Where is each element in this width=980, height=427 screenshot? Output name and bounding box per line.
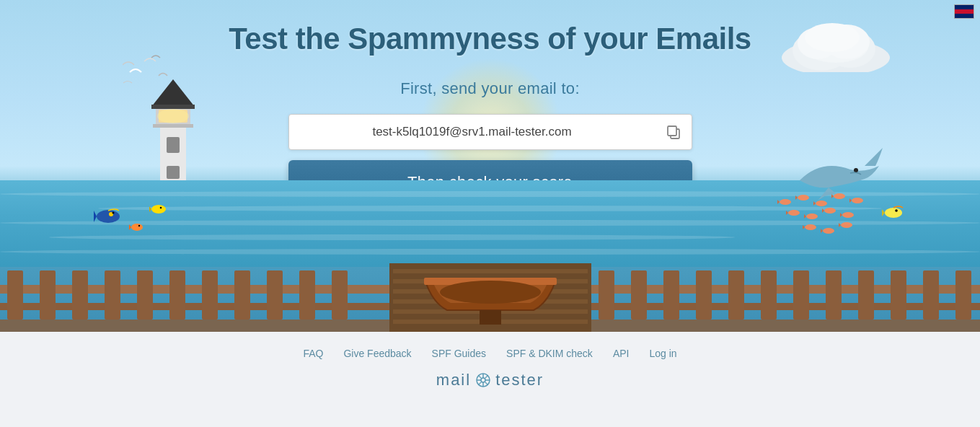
svg-point-27: [112, 212, 115, 214]
svg-line-108: [479, 382, 482, 384]
svg-rect-18: [153, 124, 193, 128]
spf-guides-link[interactable]: SPF Guides: [432, 348, 486, 359]
logo-text-right: tester: [495, 371, 544, 389]
svg-rect-83: [599, 270, 614, 320]
logo-text-left: mail: [436, 371, 471, 389]
svg-point-52: [805, 224, 816, 230]
footer-logo: mail tester: [0, 371, 980, 389]
logo-wheel-icon: [475, 372, 491, 388]
svg-point-24: [97, 210, 120, 223]
svg-rect-74: [332, 270, 348, 320]
fish-left-group: [94, 195, 180, 238]
email-address-input[interactable]: [289, 115, 655, 149]
svg-line-107: [485, 376, 487, 379]
svg-point-34: [780, 199, 791, 205]
svg-point-48: [824, 208, 836, 214]
title-area: Test the Spammyness of your Emails: [0, 22, 980, 56]
svg-line-106: [485, 382, 487, 384]
svg-marker-51: [840, 213, 842, 217]
svg-marker-32: [149, 206, 151, 212]
boat: [411, 238, 570, 325]
spf-dkim-check-link[interactable]: SPF & DKIM check: [506, 348, 593, 359]
svg-rect-66: [72, 270, 88, 320]
svg-rect-23: [668, 126, 676, 136]
svg-point-19: [157, 109, 189, 123]
svg-marker-53: [803, 225, 805, 229]
footer-nav: FAQ Give Feedback SPF Guides SPF & DKIM …: [0, 348, 980, 359]
subtitle-text: First, send your email to:: [288, 79, 692, 98]
svg-rect-65: [40, 270, 56, 320]
svg-point-50: [842, 212, 854, 218]
svg-point-28: [131, 224, 143, 231]
svg-rect-84: [631, 270, 647, 320]
svg-point-44: [788, 210, 800, 216]
svg-rect-70: [202, 270, 218, 320]
svg-point-98: [854, 168, 858, 172]
footer: FAQ Give Feedback SPF Guides SPF & DKIM …: [0, 332, 980, 401]
svg-rect-93: [923, 270, 939, 320]
language-flag[interactable]: [954, 4, 974, 19]
svg-marker-49: [822, 208, 824, 213]
svg-marker-16: [151, 79, 195, 107]
svg-rect-69: [169, 270, 185, 320]
page-title: Test the Spammyness of your Emails: [0, 22, 980, 56]
svg-rect-67: [105, 270, 120, 320]
svg-point-56: [841, 222, 852, 228]
svg-rect-71: [234, 270, 250, 320]
svg-point-31: [151, 205, 166, 214]
faq-link[interactable]: FAQ: [303, 348, 323, 359]
dolphin: [793, 144, 886, 202]
svg-rect-85: [663, 270, 679, 320]
svg-point-54: [823, 228, 834, 234]
svg-rect-88: [761, 270, 777, 320]
svg-point-96: [440, 281, 541, 304]
wave-line-2: [98, 206, 882, 211]
api-link[interactable]: API: [613, 348, 630, 359]
svg-point-46: [806, 214, 818, 219]
svg-point-33: [160, 207, 162, 209]
login-link[interactable]: Log in: [649, 348, 676, 359]
svg-marker-57: [839, 223, 841, 227]
svg-marker-55: [821, 229, 823, 233]
main-scene: Test the Spammyness of your Emails First…: [0, 0, 980, 332]
svg-point-30: [138, 225, 140, 226]
svg-point-58: [885, 208, 902, 218]
svg-rect-97: [480, 310, 501, 325]
svg-marker-59: [882, 209, 885, 216]
svg-rect-90: [826, 270, 842, 320]
svg-point-100: [481, 378, 485, 382]
svg-rect-11: [167, 137, 180, 153]
email-input-row: [288, 114, 692, 150]
svg-rect-89: [793, 270, 809, 320]
copy-icon: [666, 124, 681, 140]
copy-button[interactable]: [655, 117, 692, 147]
svg-marker-25: [94, 211, 97, 222]
svg-rect-68: [137, 270, 153, 320]
svg-marker-29: [129, 224, 131, 230]
dock-area: [0, 263, 980, 332]
svg-rect-94: [955, 270, 971, 320]
svg-rect-72: [267, 270, 283, 320]
svg-marker-47: [804, 214, 806, 219]
svg-rect-73: [299, 270, 315, 320]
give-feedback-link[interactable]: Give Feedback: [343, 348, 411, 359]
svg-line-105: [479, 376, 482, 379]
svg-rect-12: [167, 166, 180, 179]
svg-marker-45: [786, 211, 788, 215]
svg-rect-87: [728, 270, 744, 320]
svg-rect-86: [696, 270, 712, 320]
svg-rect-91: [858, 270, 874, 320]
svg-rect-17: [151, 105, 195, 109]
svg-marker-35: [777, 200, 780, 204]
svg-rect-92: [891, 270, 906, 320]
svg-rect-64: [7, 270, 23, 320]
svg-point-60: [895, 209, 898, 212]
